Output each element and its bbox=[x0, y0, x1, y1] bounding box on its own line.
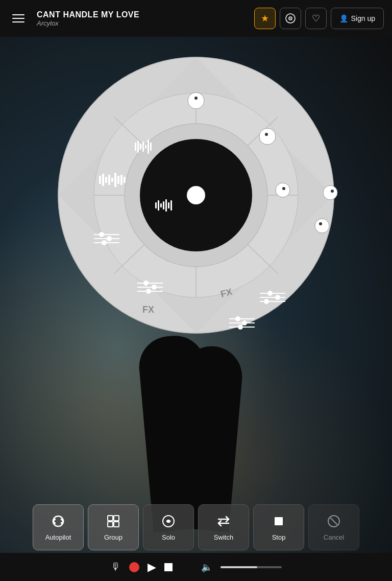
svg-rect-76 bbox=[114, 516, 119, 521]
svg-rect-83 bbox=[275, 517, 283, 525]
menu-button[interactable] bbox=[8, 10, 29, 27]
svg-point-74 bbox=[238, 324, 243, 330]
svg-point-23 bbox=[331, 190, 334, 193]
autopilot-label: Autopilot bbox=[45, 533, 71, 541]
svg-text:FX: FX bbox=[142, 305, 154, 315]
svg-point-24 bbox=[315, 219, 329, 233]
cancel-icon bbox=[327, 514, 341, 530]
svg-point-54 bbox=[99, 232, 104, 237]
svg-rect-42 bbox=[148, 140, 149, 154]
svg-rect-32 bbox=[111, 178, 113, 182]
svg-point-18 bbox=[259, 128, 276, 145]
svg-rect-30 bbox=[105, 177, 107, 183]
svg-rect-28 bbox=[99, 176, 101, 184]
svg-rect-36 bbox=[124, 177, 126, 183]
svg-point-66 bbox=[267, 291, 273, 296]
svg-point-19 bbox=[265, 133, 268, 136]
mic-button[interactable]: 🎙 bbox=[111, 561, 121, 573]
svg-point-80 bbox=[167, 520, 170, 523]
autopilot-button[interactable]: Autopilot bbox=[33, 504, 84, 550]
signup-label: Sign up bbox=[351, 14, 375, 22]
svg-point-60 bbox=[143, 281, 149, 286]
header-actions: ★ ♡ 👤 Sign up bbox=[254, 8, 384, 29]
svg-rect-46 bbox=[160, 203, 162, 207]
svg-point-17 bbox=[194, 97, 198, 100]
stop-label: Stop bbox=[272, 533, 286, 541]
signup-button[interactable]: 👤 Sign up bbox=[331, 8, 384, 29]
play-button[interactable]: ▶ bbox=[148, 561, 156, 574]
svg-point-2 bbox=[290, 18, 291, 19]
svg-rect-50 bbox=[170, 200, 172, 211]
svg-rect-38 bbox=[137, 141, 139, 153]
svg-rect-35 bbox=[120, 175, 122, 185]
svg-rect-77 bbox=[108, 522, 113, 527]
solo-icon bbox=[161, 514, 176, 530]
solo-label: Solo bbox=[162, 533, 175, 541]
wheel-container[interactable]: FX FX bbox=[48, 47, 344, 343]
svg-point-62 bbox=[146, 289, 151, 294]
wheel-svg[interactable]: FX FX bbox=[48, 47, 344, 343]
solo-button[interactable]: Solo bbox=[143, 504, 194, 550]
svg-point-22 bbox=[323, 185, 337, 200]
player-stop-button[interactable] bbox=[164, 563, 173, 571]
main-content: FX FX bbox=[0, 37, 392, 343]
group-icon bbox=[106, 514, 120, 530]
volume-fill bbox=[220, 566, 257, 568]
record-button[interactable] bbox=[129, 562, 139, 572]
header: CANT HANDLE MY LOVE Arcylox ★ ♡ 👤 Sign u… bbox=[0, 0, 392, 37]
svg-point-73 bbox=[242, 320, 247, 326]
svg-rect-39 bbox=[140, 144, 141, 150]
song-title: CANT HANDLE MY LOVE bbox=[37, 10, 248, 19]
svg-rect-43 bbox=[150, 143, 152, 151]
svg-rect-37 bbox=[135, 143, 136, 151]
switch-label: Switch bbox=[214, 533, 233, 541]
stop-button[interactable]: Stop bbox=[253, 504, 304, 550]
player-bar: 🎙 ▶ 🔈 bbox=[0, 553, 392, 581]
svg-rect-40 bbox=[142, 142, 144, 152]
autopilot-icon bbox=[51, 514, 65, 530]
svg-point-68 bbox=[264, 299, 269, 304]
svg-point-56 bbox=[102, 240, 107, 245]
svg-rect-47 bbox=[163, 201, 164, 210]
svg-rect-29 bbox=[102, 174, 104, 186]
svg-rect-45 bbox=[158, 200, 159, 211]
svg-rect-31 bbox=[108, 175, 110, 185]
signup-icon: 👤 bbox=[339, 14, 348, 22]
svg-point-55 bbox=[107, 236, 112, 241]
volume-slider[interactable] bbox=[220, 566, 282, 568]
heart-button[interactable]: ♡ bbox=[305, 8, 327, 29]
switch-button[interactable]: Switch bbox=[198, 504, 249, 550]
toolbar: Autopilot Group Solo bbox=[33, 504, 359, 550]
svg-point-20 bbox=[276, 183, 290, 197]
svg-rect-78 bbox=[114, 522, 119, 527]
artist-name: Arcylox bbox=[37, 19, 248, 27]
vinyl-button[interactable] bbox=[280, 8, 301, 29]
svg-rect-41 bbox=[145, 145, 146, 149]
cancel-button[interactable]: Cancel bbox=[308, 504, 359, 550]
group-button[interactable]: Group bbox=[88, 504, 139, 550]
svg-point-16 bbox=[188, 92, 204, 109]
svg-point-21 bbox=[282, 187, 285, 190]
star-button[interactable]: ★ bbox=[254, 8, 276, 29]
svg-rect-49 bbox=[168, 202, 169, 208]
svg-point-15 bbox=[187, 186, 205, 204]
svg-rect-33 bbox=[114, 173, 116, 187]
svg-rect-75 bbox=[108, 516, 113, 521]
svg-rect-48 bbox=[165, 199, 167, 212]
title-block: CANT HANDLE MY LOVE Arcylox bbox=[37, 10, 248, 27]
svg-line-85 bbox=[331, 518, 337, 524]
group-label: Group bbox=[104, 533, 122, 541]
svg-point-61 bbox=[152, 285, 157, 290]
svg-point-67 bbox=[275, 295, 280, 300]
svg-rect-44 bbox=[155, 202, 157, 208]
svg-rect-34 bbox=[117, 176, 119, 184]
stop-icon bbox=[272, 514, 286, 530]
svg-point-72 bbox=[235, 316, 240, 321]
volume-icon: 🔈 bbox=[201, 562, 212, 573]
svg-point-25 bbox=[319, 222, 322, 225]
switch-icon bbox=[216, 514, 231, 530]
cancel-label: Cancel bbox=[324, 533, 344, 541]
